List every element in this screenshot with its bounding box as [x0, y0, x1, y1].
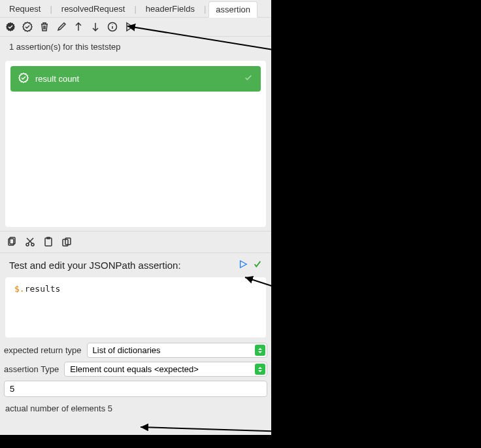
- tab-separator: |: [133, 1, 137, 17]
- expected-value-input[interactable]: [4, 381, 267, 397]
- assertion-list: result count: [5, 61, 266, 227]
- assertion-item-label: result count: [35, 74, 79, 84]
- select-arrows-icon: [255, 364, 265, 375]
- assertion-item[interactable]: result count: [10, 66, 261, 92]
- jsonpath-expression-input[interactable]: $.results: [5, 277, 266, 337]
- assertion-count-text: 1 assertion(s) for this teststep: [0, 37, 271, 57]
- arrow-up-icon[interactable]: [73, 22, 84, 32]
- tab-assertion[interactable]: assertion: [208, 1, 257, 18]
- jsonpath-editor-header: Test and edit your JSONPath assertion:: [0, 253, 271, 277]
- jsonpath-header-label: Test and edit your JSONPath assertion:: [9, 260, 181, 271]
- assertion-form: expected return type List of dictionarie…: [0, 337, 271, 422]
- expected-return-type-select[interactable]: List of dictionaries: [87, 343, 267, 358]
- assertion-type-label: assertion Type: [4, 364, 59, 374]
- svg-point-3: [26, 243, 29, 246]
- view-tabs: Request | resolvedRequest | headerFields…: [0, 0, 271, 18]
- trash-icon[interactable]: [39, 22, 50, 32]
- copy-icon[interactable]: [7, 237, 17, 247]
- expected-return-type-value: List of dictionaries: [93, 345, 161, 355]
- jsonpath-rest: results: [25, 284, 61, 294]
- edit-icon[interactable]: [56, 22, 67, 32]
- jsonpath-ok-icon: [253, 260, 262, 271]
- edit-toolbar: [0, 231, 271, 253]
- tab-header-fields[interactable]: headerFields: [139, 1, 201, 17]
- tab-separator: |: [203, 1, 207, 17]
- expected-return-type-label: expected return type: [4, 345, 82, 355]
- svg-point-4: [31, 243, 34, 246]
- tab-separator: |: [48, 1, 53, 17]
- tab-request[interactable]: Request: [3, 1, 47, 17]
- run-jsonpath-icon[interactable]: [239, 260, 248, 271]
- tab-resolved-request[interactable]: resolvedRequest: [55, 1, 132, 17]
- svg-rect-5: [45, 238, 52, 246]
- assertion-type-value: Element count equals <expected>: [70, 364, 199, 374]
- jsonpath-prefix: $.: [14, 284, 25, 294]
- badge-outline-icon[interactable]: [22, 22, 33, 32]
- select-arrows-icon: [255, 345, 265, 356]
- assertion-toolbar: [0, 18, 271, 37]
- assertion-type-select[interactable]: Element count equals <expected>: [64, 362, 267, 377]
- duplicate-icon[interactable]: [61, 237, 72, 247]
- cut-icon[interactable]: [25, 237, 35, 247]
- play-icon[interactable]: [124, 22, 135, 32]
- check-icon: [244, 73, 253, 84]
- assertion-pass-icon: [18, 73, 29, 85]
- paste-icon[interactable]: [43, 237, 54, 247]
- badge-filled-icon[interactable]: [5, 22, 16, 32]
- arrow-down-icon[interactable]: [90, 22, 101, 32]
- assertion-panel: Request | resolvedRequest | headerFields…: [0, 0, 271, 435]
- info-icon[interactable]: [107, 22, 118, 32]
- actual-result-text: actual number of elements 5: [4, 401, 267, 420]
